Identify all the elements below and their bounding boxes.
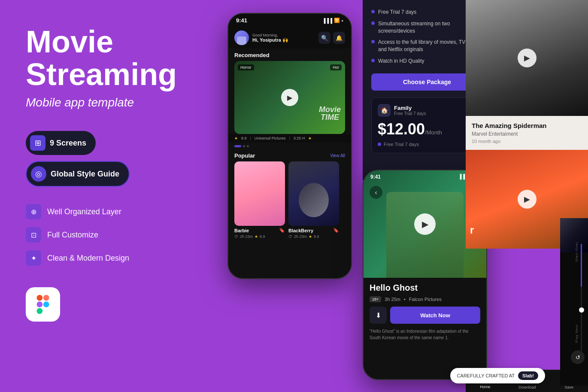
clock2-icon: ⏱ [288,234,292,239]
left-section: Movie Streaming Mobile app template ⊞ 9 … [26,26,206,322]
title-line1: Movie [26,24,113,59]
free-trial-dot [378,143,381,146]
popular-title: Popular [234,152,255,159]
greeting: Good Morning, Hi, Yosiputra 🙌 [252,33,288,43]
family-plan-name-group: Family Free Trial 7 days [394,105,426,116]
popular-section-header: Popular View All [228,150,351,161]
right-play-button-2[interactable]: ▶ [518,190,536,209]
header-actions: 🔍 🔔 [318,32,345,44]
progress-fill [581,244,582,287]
screens-badge[interactable]: ⊞ 9 Screens [26,131,96,155]
bookmark-icon[interactable]: 🔖 [279,228,285,233]
svg-rect-1 [43,295,49,301]
feature-dot-1 [371,10,375,13]
style-guide-label: Global Style Guide [51,170,119,179]
right-movie-info: The Amazing Spiderman Marvel Entertaimen… [466,116,588,150]
feature-dot-3 [371,40,375,43]
rating-value: 8.9 [241,136,247,140]
nav-download-label: Download [518,385,536,389]
blackberry-info: BlackBerry 🔖 ⏱ 2h 23m ★ 8.9 [288,228,339,239]
download-button[interactable]: ⬇ [370,307,387,324]
studio-meta: Falcon Pictures [409,297,442,302]
wifi-icon: 🛜 [334,18,340,23]
family-plan-trial: Free Trial 7 days [394,111,426,116]
screens-label: 9 Screens [50,139,86,148]
carousel-indicators [228,143,351,150]
svg-rect-2 [36,301,42,307]
main-title: Movie Streaming [26,26,206,91]
family-plan-name: Family [394,105,426,111]
svg-point-4 [43,301,49,307]
detail-tags: 18+ 3h 25m • Falcon Pictures [370,296,480,302]
feature-list: ⊕ Well Organized Layer ⊡ Full Customize … [26,204,206,266]
bookmark2-icon[interactable]: 🔖 [333,228,339,233]
right-play-button-1[interactable]: ▶ [518,49,536,67]
phone1-status-icons: ▐▐▐ 🛜 ▪ [322,18,343,23]
barbie-info: Barbie 🔖 ⏱ 2h 23m ★ 8.9 [234,228,285,239]
detail-actions: ⬇ Watch Now [370,307,480,324]
detail-play-button[interactable]: ▶ [414,213,436,235]
avatar-body [237,36,246,45]
duration-meta: 3h 25m [385,297,400,302]
battery-icon: ▪ [342,18,343,23]
movie-card-row: Barbie 🔖 ⏱ 2h 23m ★ 8.9 BlackBerry 🔖 ⏱ 2 [234,228,345,239]
feature-item-2: ⊡ Full Customize [26,227,206,243]
crafted-text: CAREFULLY CRAFTED AT [457,373,515,378]
feature-dot-4 [371,59,375,62]
greeting-name: Hi, Yosiputra 🙌 [252,37,288,43]
blackberry-meta: ⏱ 2h 23m ★ 8.9 [288,234,339,239]
blackberry-card[interactable] [288,161,339,226]
right-movie-time: 10 month ago [472,139,582,144]
dot-active [234,145,241,147]
star-icon: ★ [234,136,238,140]
play-button-featured[interactable]: ▶ [281,89,298,106]
svg-rect-0 [36,295,42,301]
feature-text-1: Free Trial 7 days [378,9,416,16]
feature-label-2: Full Customize [47,231,98,240]
detail-time: 9:41 [370,174,381,180]
phone1-header: Good Morning, Hi, Yosiputra 🙌 🔍 🔔 [228,27,351,49]
free-trial-line: Free Trial 7 days [378,142,476,147]
customize-icon: ⊡ [26,227,41,243]
popular-movies-grid [228,161,351,226]
barbie-card[interactable] [234,161,285,226]
phone1-time: 9:41 [236,17,247,24]
crafted-badge: CAREFULLY CRAFTED AT Slab! [450,368,545,383]
greeting-top: Good Morning, [252,33,288,37]
featured-movie-card[interactable]: Horror Hor ▶ Movie TIME [234,61,345,134]
play-next-label: Play Next [575,324,579,343]
right-movie-title: The Amazing Spiderman [472,122,582,129]
svg-rect-3 [36,308,42,314]
style-guide-icon: ◎ [31,166,46,182]
notification-button[interactable]: 🔔 [333,32,345,44]
movie-description: "Hello Ghost" is an Indonesian film adap… [370,328,480,341]
phone-1: 9:41 ▐▐▐ 🛜 ▪ Good Morning, Hi, Yosiputra… [227,13,352,279]
studio-name: Universal Pictures [255,136,286,140]
search-button[interactable]: 🔍 [318,32,330,44]
phone1-status-bar: 9:41 ▐▐▐ 🛜 ▪ [228,14,351,27]
progress-track [581,244,582,351]
user-avatar [234,30,249,45]
family-plan-header: 🏠 Family Free Trial 7 days ∧ [378,104,476,117]
partial-text: r [470,224,474,236]
feature-item-3: ✦ Clean & Modern Design [26,250,206,266]
style-guide-badge[interactable]: ◎ Global Style Guide [26,161,130,187]
subtitle: Mobile app template [26,96,206,109]
video-thumbnail [560,218,588,252]
barbie-title: Barbie 🔖 [234,228,285,233]
slab-brand: Slab! [518,371,538,380]
star3-icon: ★ [255,234,258,239]
dot-3 [247,145,249,147]
replay-button[interactable]: ↺ [571,350,585,364]
nav-save-label: Save [565,385,574,389]
right-movie-studio: Marvel Entertaiment [472,131,582,137]
genre-label-right: Hor [330,64,342,70]
view-all-link[interactable]: View All [330,153,345,158]
design-icon: ✦ [26,250,41,266]
back-button[interactable]: ‹ [370,186,382,199]
star4-icon: ★ [309,234,312,239]
screens-icon: ⊞ [30,135,45,151]
movie-titles-row: Barbie 🔖 ⏱ 2h 23m ★ 8.9 BlackBerry 🔖 ⏱ 2 [228,226,351,240]
family-price: $12.00/Month [378,120,476,138]
badge-row: ⊞ 9 Screens ◎ Global Style Guide [26,131,206,187]
